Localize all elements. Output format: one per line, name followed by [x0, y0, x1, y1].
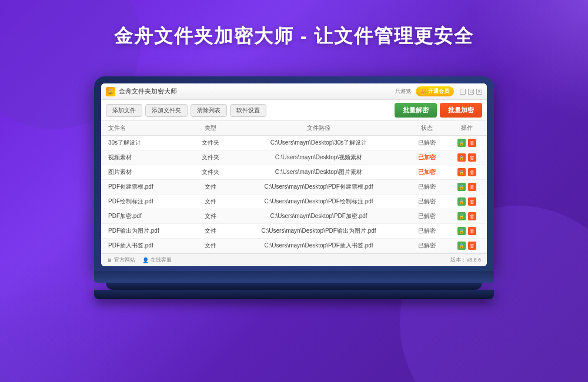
cell-status: 已加密 [407, 165, 446, 180]
laptop-screen: 🔐 金舟文件夹加密大师 只游览 👑 开通会员 — [101, 83, 487, 266]
official-site-link[interactable]: 🖥 官方网站 [107, 256, 135, 264]
lock-icon[interactable]: 🔒 [457, 197, 466, 206]
browse-link[interactable]: 只游览 [393, 88, 413, 95]
maximize-button[interactable]: □ [468, 89, 474, 95]
delete-icon[interactable]: 🗑 [468, 168, 476, 176]
cell-type: 文件 [191, 195, 230, 209]
online-service-link[interactable]: 👤 在线客服 [142, 256, 172, 264]
cell-actions: 🔒 🗑 [446, 195, 487, 209]
cell-path: C:\Users\mayn\Desktop\视频素材 [230, 150, 407, 165]
table-row: 图片素材 文件夹 C:\Users\mayn\Desktop\图片素材 已加密 … [101, 165, 487, 180]
toolbar: 添加文件 添加文件夹 清除列表 软件设置 批量解密 批量加密 [101, 100, 487, 121]
delete-icon[interactable]: 🗑 [468, 212, 476, 220]
close-button[interactable]: ✕ [476, 89, 482, 95]
cell-type: 文件 [191, 224, 230, 239]
cell-status: 已解密 [407, 180, 446, 195]
col-header-type: 类型 [191, 121, 230, 136]
delete-icon[interactable]: 🗑 [468, 227, 476, 235]
app-footer: 🖥 官方网站 👤 在线客服 版本：v3.6.6 [101, 253, 487, 266]
minimize-button[interactable]: — [460, 89, 466, 95]
cell-path: C:\Users\mayn\Desktop\PDF加密.pdf [230, 209, 407, 224]
lock-icon[interactable]: 🔒 [457, 227, 466, 235]
table-row: PDF绘制标注.pdf 文件 C:\Users\mayn\Desktop\PDF… [101, 195, 487, 209]
cell-status: 已解密 [407, 209, 446, 224]
cell-status: 已加密 [407, 150, 446, 165]
cell-actions: 🔒 🗑 [446, 136, 487, 150]
batch-decrypt-button[interactable]: 批量解密 [395, 103, 437, 118]
col-header-path: 文件路径 [230, 121, 407, 136]
cell-actions: 🔒 🗑 [446, 239, 487, 253]
cell-type: 文件夹 [191, 150, 230, 165]
col-header-action: 操作 [446, 121, 487, 136]
cell-status: 已解密 [407, 195, 446, 209]
delete-icon[interactable]: 🗑 [468, 183, 476, 191]
cell-name: 视频素材 [101, 150, 191, 165]
lock-icon[interactable]: 🔒 [457, 153, 466, 162]
clear-list-button[interactable]: 清除列表 [191, 104, 227, 117]
cell-name: PDF加密.pdf [101, 209, 191, 224]
delete-icon[interactable]: 🗑 [468, 197, 476, 206]
app-window: 🔐 金舟文件夹加密大师 只游览 👑 开通会员 — [101, 83, 487, 266]
cell-name: PDF绘制标注.pdf [101, 195, 191, 209]
cell-name: PDF插入书签.pdf [101, 239, 191, 253]
table-row: PDF创建票根.pdf 文件 C:\Users\mayn\Desktop\PDF… [101, 180, 487, 195]
laptop-base [94, 290, 494, 299]
cell-path: C:\Users\mayn\Desktop\PDF插入书签.pdf [230, 239, 407, 253]
cell-status: 已解密 [407, 239, 446, 253]
cell-type: 文件 [191, 209, 230, 224]
cell-name: PDF创建票根.pdf [101, 180, 191, 195]
cell-type: 文件 [191, 180, 230, 195]
app-title: 金舟文件夹加密大师 [119, 87, 393, 96]
table-row: 视频素材 文件夹 C:\Users\mayn\Desktop\视频素材 已加密 … [101, 150, 487, 165]
cell-actions: 🔒 🗑 [446, 150, 487, 165]
cell-actions: 🔒 🗑 [446, 224, 487, 239]
add-folder-button[interactable]: 添加文件夹 [145, 104, 188, 117]
table-row: PDF插入书签.pdf 文件 C:\Users\mayn\Desktop\PDF… [101, 239, 487, 253]
app-icon: 🔐 [106, 87, 115, 96]
delete-icon[interactable]: 🗑 [468, 139, 476, 147]
table-row: 30s了解设计 文件夹 C:\Users\mayn\Desktop\30s了解设… [101, 136, 487, 150]
delete-icon[interactable]: 🗑 [468, 153, 476, 162]
title-bar-right: 只游览 👑 开通会员 — □ [393, 86, 482, 96]
cell-path: C:\Users\mayn\Desktop\PDF输出为图片.pdf [230, 224, 407, 239]
lock-icon[interactable]: 🔒 [457, 168, 466, 176]
service-icon: 👤 [142, 257, 149, 263]
cell-path: C:\Users\mayn\Desktop\PDF创建票根.pdf [230, 180, 407, 195]
laptop-bottom [94, 271, 494, 283]
laptop-bezel: 🔐 金舟文件夹加密大师 只游览 👑 开通会员 — [94, 76, 494, 271]
cell-actions: 🔒 🗑 [446, 165, 487, 180]
cell-status: 已解密 [407, 136, 446, 150]
batch-encrypt-button[interactable]: 批量加密 [440, 103, 482, 118]
lock-icon[interactable]: 🔒 [457, 183, 466, 191]
cell-name: 30s了解设计 [101, 136, 191, 150]
crown-icon: 👑 [420, 89, 427, 95]
lock-icon[interactable]: 🔒 [457, 139, 466, 147]
title-bar: 🔐 金舟文件夹加密大师 只游览 👑 开通会员 — [101, 83, 487, 100]
laptop-container: 🔐 金舟文件夹加密大师 只游览 👑 开通会员 — [94, 76, 494, 299]
table-row: PDF加密.pdf 文件 C:\Users\mayn\Desktop\PDF加密… [101, 209, 487, 224]
table-row: PDF输出为图片.pdf 文件 C:\Users\mayn\Desktop\PD… [101, 224, 487, 239]
cell-status: 已解密 [407, 224, 446, 239]
lock-icon[interactable]: 🔒 [457, 242, 466, 250]
page-title: 金舟文件夹加密大师 - 让文件管理更安全 [0, 24, 588, 49]
add-file-button[interactable]: 添加文件 [106, 104, 142, 117]
table-body: 30s了解设计 文件夹 C:\Users\mayn\Desktop\30s了解设… [101, 136, 487, 253]
cell-path: C:\Users\mayn\Desktop\PDF绘制标注.pdf [230, 195, 407, 209]
col-header-status: 状态 [407, 121, 446, 136]
cell-actions: 🔒 🗑 [446, 180, 487, 195]
version-label: 版本：v3.6.6 [450, 256, 481, 264]
cell-name: PDF输出为图片.pdf [101, 224, 191, 239]
cell-path: C:\Users\mayn\Desktop\30s了解设计 [230, 136, 407, 150]
lock-icon[interactable]: 🔒 [457, 212, 466, 220]
table-header: 文件名 类型 文件路径 状态 操作 [101, 121, 487, 136]
cell-path: C:\Users\mayn\Desktop\图片素材 [230, 165, 407, 180]
settings-button[interactable]: 软件设置 [230, 104, 266, 117]
cell-type: 文件夹 [191, 165, 230, 180]
upgrade-button[interactable]: 👑 开通会员 [416, 86, 454, 96]
cell-type: 文件夹 [191, 136, 230, 150]
file-table: 文件名 类型 文件路径 状态 操作 30s了解设计 文件夹 C:\Users\m… [101, 121, 487, 253]
cell-actions: 🔒 🗑 [446, 209, 487, 224]
laptop-hinge [106, 283, 482, 290]
col-header-name: 文件名 [101, 121, 191, 136]
delete-icon[interactable]: 🗑 [468, 242, 476, 250]
